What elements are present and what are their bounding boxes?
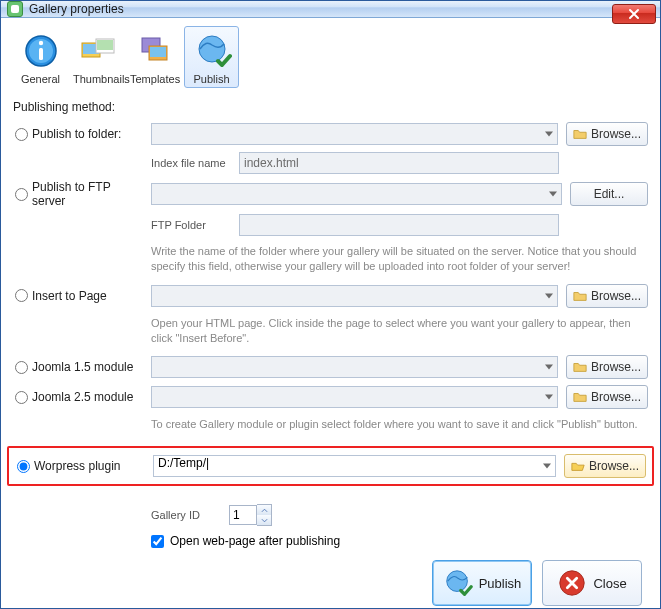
gallery-id-label: Gallery ID	[151, 509, 221, 521]
radio-input[interactable]	[15, 188, 28, 201]
browse-folder-button[interactable]: Browse...	[566, 122, 648, 146]
thumbnails-icon	[78, 31, 118, 71]
browse-joomla15-button[interactable]: Browse...	[566, 355, 648, 379]
radio-label: Worpress plugin	[34, 459, 120, 473]
tab-toolbar: General Thumbnails	[13, 24, 648, 94]
tab-thumbnails[interactable]: Thumbnails	[70, 26, 125, 88]
publish-form: Publish to folder: Browse... Index file …	[13, 122, 648, 548]
radio-input[interactable]	[17, 460, 30, 473]
radio-label: Publish to folder:	[32, 127, 121, 141]
publish-icon	[192, 31, 232, 71]
svg-rect-2	[39, 48, 43, 60]
radio-label: Publish to FTP server	[32, 180, 143, 208]
app-icon	[7, 1, 23, 17]
globe-check-icon	[443, 568, 473, 598]
radio-ftp[interactable]: Publish to FTP server	[13, 180, 143, 208]
radio-input[interactable]	[15, 289, 28, 302]
insert-page-combo[interactable]	[151, 285, 558, 307]
insert-hint: Open your HTML page. Click inside the pa…	[151, 314, 648, 350]
section-heading: Publishing method:	[13, 100, 648, 114]
folder-icon	[573, 127, 587, 141]
radio-label: Joomla 1.5 module	[32, 360, 133, 374]
radio-label: Joomla 2.5 module	[32, 390, 133, 404]
tab-label: Publish	[187, 73, 236, 85]
open-after-checkbox[interactable]: Open web-page after publishing	[151, 534, 648, 548]
content-area: General Thumbnails	[1, 18, 660, 609]
joomla25-combo[interactable]	[151, 386, 558, 408]
window-title: Gallery properties	[29, 2, 124, 16]
folder-open-icon	[571, 459, 585, 473]
checkbox-label: Open web-page after publishing	[170, 534, 340, 548]
radio-input[interactable]	[15, 128, 28, 141]
button-label: Browse...	[589, 459, 639, 473]
publish-button[interactable]: Publish	[432, 560, 532, 606]
close-button[interactable]: Close	[542, 560, 642, 606]
button-label: Browse...	[591, 390, 641, 404]
tab-label: Templates	[130, 73, 179, 85]
button-label: Browse...	[591, 360, 641, 374]
button-label: Browse...	[591, 289, 641, 303]
radio-joomla25[interactable]: Joomla 2.5 module	[13, 390, 143, 404]
svg-point-11	[199, 36, 225, 62]
browse-insert-button[interactable]: Browse...	[566, 284, 648, 308]
radio-input[interactable]	[15, 391, 28, 404]
index-file-label: Index file name	[151, 157, 231, 169]
ftp-hint: Write the name of the folder where your …	[151, 242, 648, 278]
row-joomla25: Joomla 2.5 module Browse...	[13, 385, 648, 409]
after-block: Gallery ID Open web-page after publishin…	[151, 498, 648, 548]
spin-up[interactable]	[257, 505, 271, 515]
browse-joomla25-button[interactable]: Browse...	[566, 385, 648, 409]
wordpress-path-combo[interactable]: D:/Temp/|	[153, 455, 556, 477]
ftp-edit-button[interactable]: Edit...	[570, 182, 648, 206]
templates-icon	[135, 31, 175, 71]
info-icon	[21, 31, 61, 71]
ftp-folder-input[interactable]	[239, 214, 559, 236]
radio-insert-page[interactable]: Insert to Page	[13, 289, 143, 303]
wordpress-path-value: D:/Temp/|	[158, 456, 209, 470]
checkbox-input[interactable]	[151, 535, 164, 548]
dialog-button-bar: Publish Close	[13, 548, 648, 609]
svg-point-3	[38, 41, 42, 45]
radio-label: Insert to Page	[32, 289, 107, 303]
button-label: Publish	[479, 576, 522, 591]
spin-down[interactable]	[257, 515, 271, 525]
radio-publish-folder[interactable]: Publish to folder:	[13, 127, 143, 141]
row-insert-page: Insert to Page Browse...	[13, 284, 648, 308]
svg-rect-10	[150, 47, 166, 57]
tab-label: General	[16, 73, 65, 85]
joomla15-combo[interactable]	[151, 356, 558, 378]
folder-path-combo[interactable]	[151, 123, 558, 145]
radio-joomla15[interactable]: Joomla 1.5 module	[13, 360, 143, 374]
chevron-up-icon	[261, 508, 268, 513]
browse-wordpress-button[interactable]: Browse...	[564, 454, 646, 478]
index-file-input[interactable]	[239, 152, 559, 174]
ftp-combo[interactable]	[151, 183, 562, 205]
ftp-folder-label: FTP Folder	[151, 219, 231, 231]
tab-templates[interactable]: Templates	[127, 26, 182, 88]
highlight-wordpress: Worpress plugin D:/Temp/| Browse...	[7, 446, 654, 486]
gallery-id-input[interactable]	[229, 505, 257, 525]
titlebar: Gallery properties	[1, 1, 660, 18]
row-joomla15: Joomla 1.5 module Browse...	[13, 355, 648, 379]
row-publish-folder: Publish to folder: Browse...	[13, 122, 648, 146]
module-hint: To create Gallery module or plugin selec…	[151, 415, 648, 436]
row-index-file: Index file name	[13, 152, 648, 174]
tab-publish[interactable]: Publish	[184, 26, 239, 88]
row-ftp-folder: FTP Folder	[13, 214, 648, 236]
folder-icon	[573, 289, 587, 303]
gallery-properties-dialog: Gallery properties General	[0, 0, 661, 609]
svg-rect-7	[97, 40, 113, 50]
gallery-id-row: Gallery ID	[151, 504, 648, 526]
svg-point-12	[446, 571, 467, 592]
button-label: Close	[593, 576, 626, 591]
row-ftp: Publish to FTP server Edit...	[13, 180, 648, 208]
close-circle-icon	[557, 568, 587, 598]
folder-icon	[573, 390, 587, 404]
gallery-id-spinner[interactable]	[229, 504, 272, 526]
tab-general[interactable]: General	[13, 26, 68, 88]
radio-wordpress[interactable]: Worpress plugin	[15, 459, 145, 473]
chevron-down-icon	[261, 518, 268, 523]
radio-input[interactable]	[15, 361, 28, 374]
row-wordpress: Worpress plugin D:/Temp/| Browse...	[15, 454, 646, 478]
folder-icon	[573, 360, 587, 374]
